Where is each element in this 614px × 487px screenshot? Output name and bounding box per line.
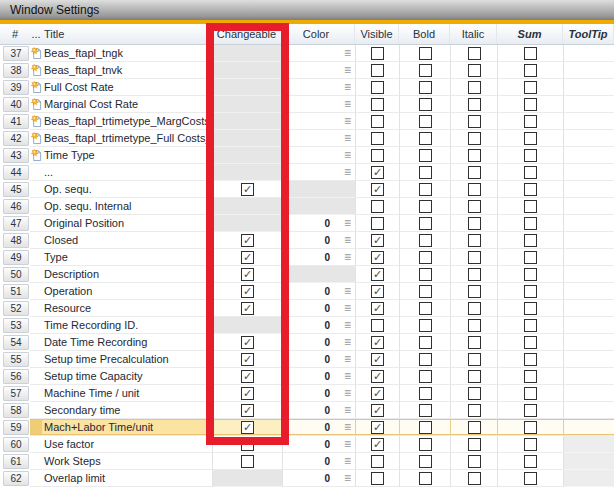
changeable-checkbox[interactable]: ✓ (241, 302, 254, 315)
color-menu-icon[interactable]: ≡ (344, 218, 351, 228)
changeable-checkbox[interactable]: ✓ (241, 183, 254, 196)
italic-checkbox[interactable] (468, 132, 481, 145)
row-number-button[interactable]: 61 (3, 454, 29, 469)
title-cell[interactable]: Operation (42, 283, 212, 300)
changeable-checkbox[interactable]: ✓ (241, 387, 254, 400)
color-menu-icon[interactable]: ≡ (344, 167, 351, 177)
visible-checkbox[interactable]: ✓ (371, 353, 384, 366)
tooltip-cell[interactable] (563, 317, 614, 334)
color-menu-icon[interactable]: ≡ (344, 371, 351, 381)
bold-checkbox[interactable] (419, 472, 432, 485)
tooltip-cell[interactable] (563, 96, 614, 113)
visible-checkbox[interactable] (371, 115, 384, 128)
sum-checkbox[interactable] (524, 132, 537, 145)
title-cell[interactable]: Type (42, 249, 212, 266)
bold-checkbox[interactable] (419, 302, 432, 315)
sum-checkbox[interactable] (524, 166, 537, 179)
tooltip-cell[interactable] (563, 351, 614, 368)
tooltip-cell[interactable] (563, 215, 614, 232)
changeable-checkbox[interactable]: ✓ (241, 421, 254, 434)
color-menu-icon[interactable]: ≡ (344, 286, 351, 296)
visible-checkbox[interactable]: ✓ (371, 268, 384, 281)
italic-checkbox[interactable] (468, 302, 481, 315)
visible-checkbox[interactable]: ✓ (371, 387, 384, 400)
title-cell[interactable]: Closed (42, 232, 212, 249)
color-value[interactable]: 0 (324, 439, 330, 450)
color-menu-icon[interactable]: ≡ (344, 116, 351, 126)
tooltip-cell[interactable] (563, 300, 614, 317)
sum-checkbox[interactable] (524, 370, 537, 383)
title-cell[interactable]: Time Type (42, 147, 212, 164)
color-value[interactable]: 0 (324, 303, 330, 314)
sum-checkbox[interactable] (524, 115, 537, 128)
italic-checkbox[interactable] (468, 217, 481, 230)
bold-checkbox[interactable] (419, 166, 432, 179)
color-menu-icon[interactable]: ≡ (344, 422, 351, 432)
sum-checkbox[interactable] (524, 302, 537, 315)
tooltip-cell[interactable] (563, 385, 614, 402)
title-cell[interactable]: Setup time Precalculation (42, 351, 212, 368)
title-cell[interactable]: Work Steps (42, 453, 212, 470)
title-cell[interactable]: Resource (42, 300, 212, 317)
row-number-button[interactable]: 60 (3, 437, 29, 452)
bold-checkbox[interactable] (419, 115, 432, 128)
italic-checkbox[interactable] (468, 268, 481, 281)
row-number-button[interactable]: 44 (3, 165, 29, 180)
sum-checkbox[interactable] (524, 200, 537, 213)
visible-checkbox[interactable]: ✓ (371, 336, 384, 349)
title-cell[interactable]: Beas_ftapl_trtimetype_Full Costs_pz (42, 130, 212, 147)
tooltip-cell[interactable] (563, 130, 614, 147)
visible-checkbox[interactable]: ✓ (371, 183, 384, 196)
italic-checkbox[interactable] (468, 251, 481, 264)
sum-checkbox[interactable] (524, 472, 537, 485)
changeable-checkbox[interactable]: ✓ (241, 370, 254, 383)
color-value[interactable]: 0 (324, 252, 330, 263)
row-number-button[interactable]: 58 (3, 403, 29, 418)
sum-checkbox[interactable] (524, 319, 537, 332)
bold-checkbox[interactable] (419, 132, 432, 145)
color-value[interactable]: 0 (324, 337, 330, 348)
bold-checkbox[interactable] (419, 353, 432, 366)
title-cell[interactable]: Mach+Labor Time/unit (42, 419, 212, 436)
changeable-checkbox[interactable]: ✓ (241, 234, 254, 247)
italic-checkbox[interactable] (468, 353, 481, 366)
color-value[interactable]: 0 (324, 286, 330, 297)
title-cell[interactable]: Op. sequ. Internal (42, 198, 212, 215)
color-menu-icon[interactable]: ≡ (344, 99, 351, 109)
visible-checkbox[interactable] (371, 319, 384, 332)
italic-checkbox[interactable] (468, 472, 481, 485)
italic-checkbox[interactable] (468, 455, 481, 468)
color-menu-icon[interactable]: ≡ (344, 354, 351, 364)
color-menu-icon[interactable]: ≡ (344, 439, 351, 449)
row-number-button[interactable]: 51 (3, 284, 29, 299)
visible-checkbox[interactable] (371, 47, 384, 60)
bold-checkbox[interactable] (419, 217, 432, 230)
visible-checkbox[interactable] (371, 217, 384, 230)
visible-checkbox[interactable]: ✓ (371, 251, 384, 264)
row-number-button[interactable]: 46 (3, 199, 29, 214)
color-menu-icon[interactable]: ≡ (344, 48, 351, 58)
tooltip-cell[interactable] (563, 368, 614, 385)
row-number-button[interactable]: 47 (3, 216, 29, 231)
sum-checkbox[interactable] (524, 217, 537, 230)
row-number-button[interactable]: 41 (3, 114, 29, 129)
changeable-checkbox[interactable]: ✓ (241, 285, 254, 298)
visible-checkbox[interactable] (371, 81, 384, 94)
bold-checkbox[interactable] (419, 98, 432, 111)
bold-checkbox[interactable] (419, 404, 432, 417)
bold-checkbox[interactable] (419, 319, 432, 332)
changeable-checkbox[interactable]: ✓ (241, 268, 254, 281)
italic-checkbox[interactable] (468, 404, 481, 417)
color-menu-icon[interactable]: ≡ (344, 235, 351, 245)
italic-checkbox[interactable] (468, 64, 481, 77)
tooltip-cell[interactable] (563, 147, 614, 164)
color-menu-icon[interactable]: ≡ (344, 252, 351, 262)
tooltip-cell[interactable] (563, 402, 614, 419)
row-number-button[interactable]: 49 (3, 250, 29, 265)
row-number-button[interactable]: 43 (3, 148, 29, 163)
bold-checkbox[interactable] (419, 149, 432, 162)
sum-checkbox[interactable] (524, 47, 537, 60)
sum-checkbox[interactable] (524, 268, 537, 281)
italic-checkbox[interactable] (468, 115, 481, 128)
color-value[interactable]: 0 (324, 456, 330, 467)
